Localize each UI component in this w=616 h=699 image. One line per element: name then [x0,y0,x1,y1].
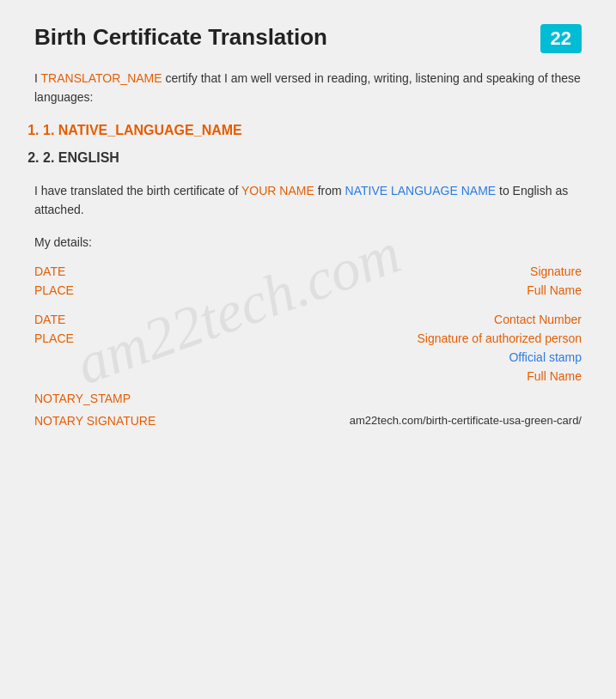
page-title: Birth Certificate Translation [34,24,327,51]
language-item-1: 1. NATIVE_LANGUAGE_NAME [43,123,582,138]
detail-row-place2-sigauth: PLACE Signature of authorized person [34,331,582,345]
your-name: YOUR NAME [241,184,314,198]
full-name1-label: Full Name [527,283,582,297]
detail-row-date1-sig: DATE Signature [34,264,582,278]
full-name2-label: Full Name [527,369,582,383]
translator-name: TRANSLATOR_NAME [41,71,162,85]
trans-prefix: I have translated the birth certificate … [34,184,241,198]
official-stamp-label: Official stamp [509,350,582,364]
lang2-number: 2. [43,150,54,165]
translation-paragraph: I have translated the birth certificate … [34,181,582,220]
lang1-number: 1. [43,123,54,137]
detail-row-date2-contact: DATE Contact Number [34,313,582,326]
notary-section: NOTARY_STAMP NOTARY SIGNATURE am22tech.c… [34,392,582,428]
place1-label: PLACE [34,283,103,297]
detail-row-fullname2: Full Name [34,369,582,383]
date2-label: DATE [34,313,103,326]
detail-row-place1-fullname1: PLACE Full Name [34,283,582,297]
my-details-label: My details: [34,235,582,249]
native-language: NATIVE LANGUAGE NAME [345,184,497,198]
header: Birth Certificate Translation 22 [34,24,582,53]
page-badge: 22 [540,24,582,53]
place2-label: PLACE [34,331,103,345]
details-grid: DATE Signature PLACE Full Name DATE Cont… [34,264,582,383]
lang1-name: NATIVE_LANGUAGE_NAME [58,123,242,137]
notary-signature-label: NOTARY SIGNATURE [34,414,156,428]
language-list: 1. NATIVE_LANGUAGE_NAME 2. ENGLISH [34,123,582,166]
trans-middle: from [314,184,345,198]
notary-stamp-row: NOTARY_STAMP [34,392,582,405]
detail-row-officialstamp: Official stamp [34,350,582,364]
notary-url: am22tech.com/birth-certificate-usa-green… [350,414,582,427]
contact-label: Contact Number [494,313,582,326]
notary-signature-row: NOTARY SIGNATURE am22tech.com/birth-cert… [34,414,582,428]
notary-stamp-label: NOTARY_STAMP [34,392,131,405]
date1-label: DATE [34,264,103,278]
lang2-name: ENGLISH [58,150,119,165]
intro-prefix: I [34,71,41,85]
language-item-2: 2. ENGLISH [43,150,582,166]
intro-text: I TRANSLATOR_NAME certify that I am well… [34,69,582,107]
signature-label: Signature [530,264,582,278]
sig-auth-label: Signature of authorized person [418,331,582,345]
